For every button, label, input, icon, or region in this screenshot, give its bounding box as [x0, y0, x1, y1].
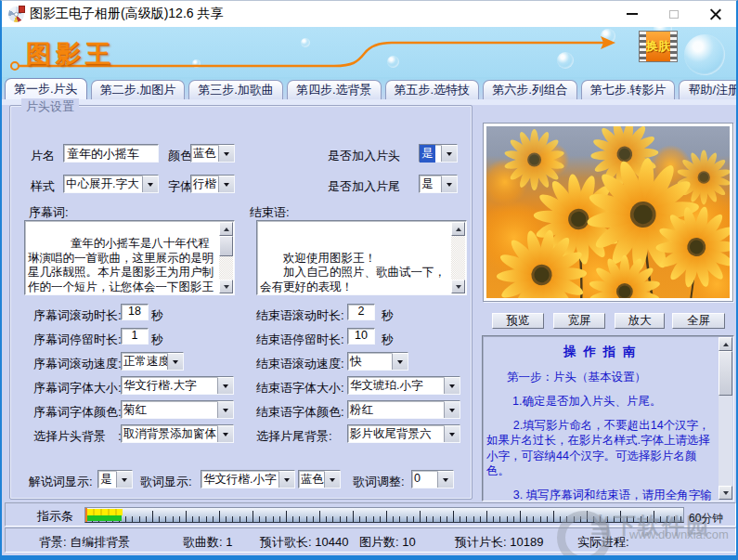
prologue-scrollbar[interactable] — [219, 222, 233, 293]
ending-font-size-select[interactable]: 华文琥珀.小字 — [347, 376, 460, 395]
guide-title: 操 作 指 南 — [486, 344, 715, 360]
style-select[interactable]: 中心展开.字大 — [63, 175, 159, 193]
dropdown-button[interactable] — [324, 471, 340, 488]
film-name-label: 片名 — [31, 148, 55, 164]
maximize-button[interactable] — [653, 1, 694, 27]
flower-photo — [486, 126, 730, 298]
dropdown-button[interactable] — [217, 401, 233, 418]
header-settings-group: 片头设置 片名 童年的小摇车 颜色 蓝色 是否加入片头 是 样式 中心展开.字大… — [9, 105, 473, 500]
dropdown-button[interactable] — [437, 471, 453, 488]
chevron-down-icon — [397, 360, 403, 364]
status-song-length: 预计歌长: 10440 — [260, 534, 348, 551]
scrollbar-thumb[interactable] — [719, 351, 732, 396]
scroll-down-button[interactable] — [219, 280, 233, 293]
zoom-in-button[interactable]: 放大 — [615, 313, 665, 329]
dropdown-button[interactable] — [441, 145, 457, 162]
font-select[interactable]: 行楷 — [190, 175, 235, 193]
app-window: 图影王电子相册(高级版)12.6 共享 图影王 换肤 第一步.片头 第二步.加图… — [0, 0, 738, 560]
filmstrip-icon — [670, 32, 677, 61]
ending-stay-time-label: 结束语停留时长: — [256, 332, 344, 348]
tab-step1-header[interactable]: 第一步.片头 — [5, 78, 87, 99]
ending-textarea[interactable]: 欢迎使用图影王！ 加入自己的照片、歌曲试一下， 会有更好的表现！ — [256, 220, 467, 295]
preview-image — [483, 123, 733, 302]
arrow-up-icon — [224, 228, 229, 231]
ending-stay-time-input[interactable]: 10 — [347, 328, 375, 345]
dropdown-button[interactable] — [444, 401, 460, 418]
change-skin-button[interactable]: 换肤 — [639, 31, 678, 62]
scrollbar-thumb[interactable] — [219, 236, 233, 256]
music-length-bar — [87, 509, 123, 515]
tab-step5-effects[interactable]: 第五步.选特技 — [385, 80, 480, 99]
ending-scrollbar[interactable] — [451, 222, 465, 293]
ending-scroll-time-input[interactable]: 2 — [347, 304, 375, 320]
chevron-down-icon — [449, 409, 455, 412]
tab-step3-add-music[interactable]: 第三步.加歌曲 — [188, 80, 283, 99]
prologue-stay-time-input[interactable]: 1 — [121, 328, 149, 345]
add-header-select[interactable]: 是 — [419, 144, 458, 163]
dropdown-button[interactable] — [218, 145, 234, 162]
dropdown-button[interactable] — [441, 176, 457, 192]
add-footer-select[interactable]: 是 — [419, 175, 458, 193]
dropdown-button[interactable] — [392, 353, 408, 370]
minimize-button[interactable] — [611, 1, 653, 27]
lyrics-font-select[interactable]: 华文行楷.小字 — [201, 470, 295, 488]
ending-scroll-speed-label: 结束语滚动速度: — [256, 356, 344, 372]
preview-button[interactable]: 预览 — [492, 313, 544, 329]
dropdown-button[interactable] — [167, 353, 183, 370]
tab-step4-background[interactable]: 第四步.选背景 — [287, 80, 382, 99]
tab-help-register[interactable]: 帮助/注册 — [679, 80, 738, 99]
guide-scrollbar[interactable] — [719, 337, 732, 500]
dropdown-button[interactable] — [444, 425, 460, 442]
widescreen-button[interactable]: 宽屏 — [553, 313, 605, 329]
scroll-up-button[interactable] — [451, 222, 465, 236]
prologue-textarea[interactable]: 童年的小摇车是八十年代程琳演唱的一首歌曲，这里展示的是明星几张靓照。本片是图影王… — [24, 220, 235, 295]
chevron-down-icon — [173, 360, 178, 364]
lyrics-adjust-select[interactable]: 0 — [411, 470, 454, 488]
tab-step2-add-photos[interactable]: 第二步.加图片 — [91, 80, 186, 99]
dropdown-button[interactable] — [217, 425, 233, 442]
chevron-down-icon — [449, 433, 455, 436]
chevron-down-icon — [284, 478, 290, 482]
guide-line: 2.填写影片命名，不要超出14个汉字，如果片名过长，在影片名样式.字体上请选择小… — [486, 418, 715, 478]
scroll-down-button[interactable] — [719, 486, 732, 500]
scroll-up-button[interactable] — [719, 337, 732, 351]
prologue-scroll-speed-select[interactable]: 正常速度 — [121, 352, 184, 371]
header-bg-select[interactable]: 取消背景添加窗体 — [121, 424, 234, 443]
footer-bg-select[interactable]: 影片收尾背景六 — [347, 424, 460, 443]
close-button[interactable] — [694, 1, 736, 27]
narration-select[interactable]: 是 — [97, 470, 133, 488]
prologue-scroll-time-input[interactable]: 18 — [121, 304, 149, 320]
lyrics-color-select[interactable]: 蓝色 — [298, 470, 341, 488]
ending-scroll-speed-select[interactable]: 快 — [347, 352, 408, 371]
film-name-input[interactable]: 童年的小摇车 — [63, 144, 159, 163]
ending-scroll-time-label: 结束语滚动时长: — [256, 307, 344, 324]
tab-step7-convert[interactable]: 第七步.转影片 — [581, 80, 676, 99]
scroll-up-button[interactable] — [219, 222, 233, 236]
seconds-unit: 秒 — [382, 307, 394, 324]
dropdown-button[interactable] — [218, 176, 234, 192]
status-actual-progress: 实际进程: — [577, 534, 629, 551]
tab-step6-arrange[interactable]: 第六步.列组合 — [483, 80, 577, 99]
status-song-count: 歌曲数: 1 — [183, 534, 232, 551]
dropdown-button[interactable] — [278, 471, 294, 488]
name-color-select[interactable]: 蓝色 — [190, 144, 235, 163]
prologue-font-color-label: 序幕词字体颜色: — [33, 404, 122, 421]
scroll-down-button[interactable] — [451, 280, 465, 293]
prologue-font-size-select[interactable]: 华文行楷.大字 — [121, 376, 234, 395]
dropdown-button[interactable] — [116, 471, 132, 488]
dropdown-button[interactable] — [217, 377, 233, 394]
dropdown-button[interactable] — [444, 377, 460, 394]
dropdown-button[interactable] — [142, 176, 158, 192]
chevron-down-icon — [148, 183, 153, 187]
ruler-end-label: 60分钟 — [689, 511, 723, 527]
guide-line: 3. 填写序幕词和结束语，请用全角字输 — [486, 488, 715, 501]
fullscreen-button[interactable]: 全屏 — [672, 313, 725, 329]
status-film-length: 预计片长: 10189 — [455, 534, 543, 551]
ending-font-color-select[interactable]: 粉红 — [347, 400, 460, 419]
arrow-up-icon — [723, 343, 729, 346]
footer-bg-label: 选择片尾背景: — [256, 428, 332, 445]
banner: 图影王 换肤 — [2, 27, 736, 77]
prologue-font-color-select[interactable]: 菊红 — [121, 400, 234, 419]
ending-label: 结束语: — [250, 204, 290, 221]
guide-content: 操 作 指 南 第一步：片头（基本设置） 1.确定是否加入片头、片尾。 2.填写… — [486, 340, 715, 501]
